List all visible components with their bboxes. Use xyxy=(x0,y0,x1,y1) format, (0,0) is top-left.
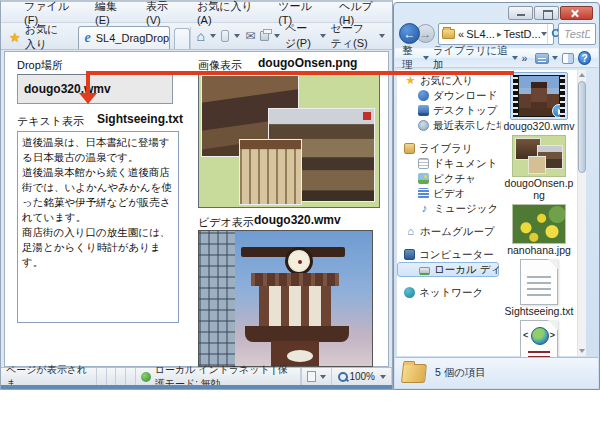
change-view-button[interactable] xyxy=(535,53,558,64)
nav-group-gap xyxy=(397,216,501,224)
add-to-library-label: ライブラリに追加 xyxy=(433,44,509,72)
video-display-label: ビデオ表示 xyxy=(198,215,254,230)
nav-downloads[interactable]: ダウンロード xyxy=(397,88,501,103)
nav-favorites[interactable]: ★ お気に入り xyxy=(397,73,501,88)
page-menu-button[interactable]: ページ(P) xyxy=(285,21,315,51)
nav-documents[interactable]: ドキュメント xyxy=(397,156,501,171)
safety-menu-button[interactable]: セーフティ(S) xyxy=(331,21,374,51)
compat-page-icon xyxy=(307,371,316,382)
nav-label: デスクトップ xyxy=(433,104,497,118)
favorites-star-icon: ★ xyxy=(404,75,417,86)
mail-icon[interactable]: ✉ xyxy=(245,30,255,42)
breadcrumb-current[interactable]: TestD... xyxy=(503,28,540,40)
menu-view[interactable]: 表示(V) xyxy=(137,0,188,28)
screenshot-canvas: ファイル(F) 編集(E) 表示(V) お気に入り(A) ツール(T) ヘルプ(… xyxy=(0,0,600,421)
help-button[interactable]: ? xyxy=(578,51,591,65)
close-button[interactable] xyxy=(560,6,593,20)
feeds-icon[interactable] xyxy=(221,30,229,42)
favorites-star-icon: ★ xyxy=(9,31,21,44)
page-dropdown-caret[interactable] xyxy=(320,34,326,38)
add-to-library-button[interactable]: ライブラリに追加 xyxy=(433,44,518,72)
compat-dropdown-caret[interactable] xyxy=(320,375,326,379)
nav-computer[interactable]: コンピューター xyxy=(397,247,501,262)
organize-button[interactable]: 整理 xyxy=(402,44,429,72)
desktop-icon xyxy=(418,105,429,116)
home-icon[interactable]: ⌂ xyxy=(197,29,205,43)
network-icon xyxy=(404,287,415,298)
nav-local-disk-c[interactable]: ローカル ディスク (C:) xyxy=(397,262,499,277)
menu-edit[interactable]: 編集(E) xyxy=(86,0,137,28)
computer-icon xyxy=(404,249,415,260)
favorites-button[interactable]: ★ お気に入り xyxy=(1,26,73,48)
status-zoom-segment[interactable]: 100% xyxy=(332,368,392,385)
breadcrumb-chevron-icon: ▸ xyxy=(497,29,502,39)
status-zone-segment: ローカル イントラネット | 保護モード: 無効 xyxy=(136,368,302,385)
nav-pictures[interactable]: ピクチャ xyxy=(397,171,501,186)
nav-videos[interactable]: ビデオ xyxy=(397,186,501,201)
feeds-dropdown-caret[interactable] xyxy=(234,34,240,38)
nav-homegroup[interactable]: ⌂ ホームグループ xyxy=(397,224,501,239)
minimize-button[interactable] xyxy=(508,6,533,20)
disk-drive-icon xyxy=(419,267,430,275)
search-input[interactable] xyxy=(559,24,595,44)
ie-logo-icon: e xyxy=(85,31,91,45)
preview-pane-button[interactable] xyxy=(562,53,574,64)
print-dropdown-caret[interactable] xyxy=(274,34,280,38)
text-content-box: 道後温泉は、日本書紀に登場する日本最古の温泉です。 道後温泉本館から続く道後商店… xyxy=(17,131,179,323)
flower-photo-thumbnail xyxy=(512,204,566,244)
nav-libraries[interactable]: ライブラリ xyxy=(397,141,501,156)
video-filename: dougo320.wmv xyxy=(254,213,341,227)
breadcrumb-parent[interactable]: SL4... xyxy=(466,28,495,40)
home-dropdown-caret[interactable] xyxy=(210,34,216,38)
xml-globe-icon xyxy=(531,327,549,345)
scrollbar-thumb[interactable] xyxy=(578,81,586,173)
scrollbar-up-arrow[interactable] xyxy=(578,70,586,80)
safety-dropdown-caret[interactable] xyxy=(379,34,385,38)
nav-label: お気に入り xyxy=(420,74,473,88)
pictures-icon xyxy=(418,173,429,184)
print-icon[interactable] xyxy=(260,31,269,41)
status-compat-segment[interactable] xyxy=(301,368,332,385)
folder-icon xyxy=(442,29,455,39)
nav-desktop[interactable]: デスクトップ xyxy=(397,103,501,118)
search-box[interactable] xyxy=(558,23,596,45)
file-item-nanohana-jpg[interactable]: nanohana.jpg xyxy=(501,204,577,256)
recent-places-icon xyxy=(418,120,429,131)
play-overlay-icon xyxy=(552,104,566,118)
text-file-lines xyxy=(527,274,551,296)
status-empty-segment xyxy=(107,368,117,385)
explorer-command-bar: 整理 ライブラリに追加 » ? xyxy=(395,48,598,68)
breadcrumb-overflow[interactable]: « xyxy=(458,28,464,40)
toolbar-overflow-button[interactable]: » xyxy=(522,52,528,64)
documents-icon xyxy=(418,158,429,169)
scrollbar-down-arrow[interactable] xyxy=(578,346,586,356)
tab-sl4-dragdrop[interactable]: e SL4_DragDrop xyxy=(78,26,170,49)
nav-recent-places[interactable]: 最近表示した場所 xyxy=(397,118,501,133)
maximize-button[interactable] xyxy=(534,6,559,20)
item-count-text: 5 個の項目 xyxy=(435,366,486,380)
text-paragraph: 道後温泉本館から続く道後商店街では、いよかんやみかんを使った銘菓や伊予絣などが販… xyxy=(22,165,174,225)
menu-favorites[interactable]: お気に入り(A) xyxy=(188,0,269,28)
silverlight-page-content: Drop場所 dougo320.wmv テキスト表示 Sightseeing.t… xyxy=(4,51,389,367)
address-bar[interactable]: « SL4... ▸ TestD... xyxy=(438,23,554,45)
window-controls xyxy=(508,6,593,20)
file-item-dougo320-wmv[interactable]: dougo320.wmv xyxy=(501,72,577,132)
new-tab-stub[interactable] xyxy=(174,28,190,49)
nav-label: ライブラリ xyxy=(419,142,473,156)
nav-network[interactable]: ネットワーク xyxy=(397,285,501,300)
file-list-scrollbar[interactable] xyxy=(577,70,586,356)
back-button[interactable]: ← xyxy=(399,23,420,44)
nav-group-gap xyxy=(397,277,501,285)
views-icon xyxy=(535,53,549,64)
nav-label: コンピューター xyxy=(419,248,494,262)
zoom-dropdown-caret[interactable] xyxy=(380,375,386,379)
video-clock-face xyxy=(285,247,313,275)
file-item-sightseeing-txt[interactable]: Sightseeing.txt xyxy=(501,259,577,317)
organize-label: 整理 xyxy=(402,44,420,72)
ie-command-icons: ⌂ ✉ ページ(P) セーフティ(S) xyxy=(190,27,392,49)
status-page-segment: ページが表示されま xyxy=(1,368,97,385)
file-item-dougoonsen-png[interactable]: dougoOnsen.png xyxy=(501,135,577,201)
nav-music[interactable]: ♪ ミュージック xyxy=(397,201,501,216)
explorer-main-area: ★ お気に入り ダウンロード デスクトップ 最近表示した場所 xyxy=(397,70,586,356)
collage-photo-station xyxy=(239,139,302,205)
